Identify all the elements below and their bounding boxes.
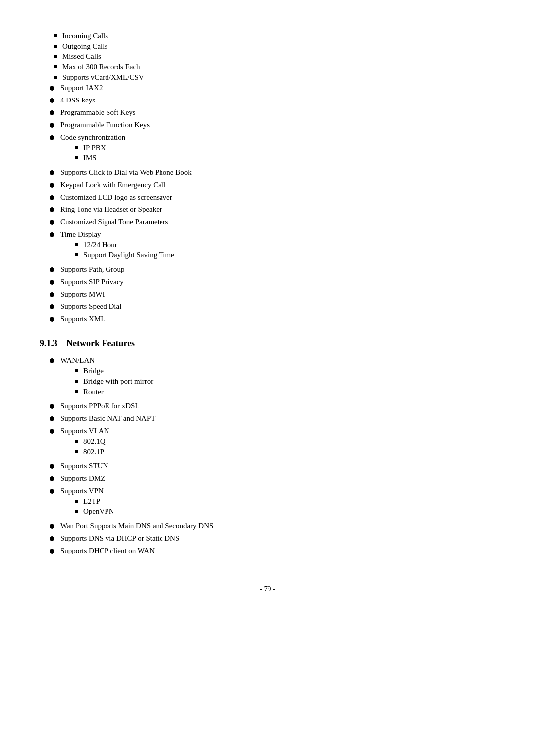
list-item: Router: [60, 388, 495, 396]
list-item: Bridge: [60, 367, 495, 375]
item-text: Customized LCD logo as screensaver: [60, 193, 495, 202]
bullet-dot-icon: [50, 207, 54, 212]
page-content: Incoming Calls Outgoing Calls Missed Cal…: [40, 32, 495, 593]
list-item: Incoming Calls: [40, 32, 495, 40]
sub-bullet-icon: [75, 510, 78, 513]
sub-item-text: 802.1P: [83, 448, 495, 456]
list-item: WAN/LANBridgeBridge with port mirrorRout…: [40, 356, 495, 398]
sub-bullet-icon: [75, 380, 78, 383]
sub-list: 12/24 HourSupport Daylight Saving Time: [60, 241, 495, 259]
list-item: Customized LCD logo as screensaver: [40, 193, 495, 202]
sub-bullet-icon: [54, 45, 57, 48]
sub-item-text: IP PBX: [83, 144, 495, 152]
list-item: IMS: [60, 154, 495, 162]
sub-bullet-icon: [54, 34, 57, 37]
section-heading: 9.1.3 Network Features: [40, 338, 495, 349]
item-text: Time Display12/24 HourSupport Daylight S…: [60, 230, 495, 261]
list-item: Max of 300 Records Each: [40, 63, 495, 71]
item-text: Programmable Function Keys: [60, 121, 495, 129]
bullet-dot-icon: [50, 489, 54, 494]
item-text: 4 DSS keys: [60, 96, 495, 104]
section-title: Network Features: [66, 338, 135, 348]
bullet-dot-icon: [50, 404, 54, 409]
bullet-dot-icon: [50, 220, 54, 225]
sub-item-text: IMS: [83, 154, 495, 162]
sub-list: L2TPOpenVPN: [60, 497, 495, 516]
sub-bullet-icon: [75, 390, 78, 393]
network-bullet-list: WAN/LANBridgeBridge with port mirrorRout…: [40, 356, 495, 555]
sub-item-text: Max of 300 Records Each: [62, 63, 495, 71]
sub-bullet-icon: [75, 369, 78, 372]
list-item: OpenVPN: [60, 507, 495, 516]
list-item: Supports Basic NAT and NAPT: [40, 414, 495, 423]
list-item: Supports DMZ: [40, 474, 495, 483]
sub-list: BridgeBridge with port mirrorRouter: [60, 367, 495, 396]
bullet-dot-icon: [50, 170, 54, 175]
list-item: Customized Signal Tone Parameters: [40, 218, 495, 226]
item-text: Supports MWI: [60, 290, 495, 299]
sub-item-text: Missed Calls: [62, 52, 495, 61]
list-item: Supports Speed Dial: [40, 302, 495, 311]
item-text: Supports DHCP client on WAN: [60, 547, 495, 555]
list-item: Support IAX2: [40, 84, 495, 92]
bullet-dot-icon: [50, 86, 54, 91]
list-item: Wan Port Supports Main DNS and Secondary…: [40, 522, 495, 530]
item-text: Supports Speed Dial: [60, 302, 495, 311]
sub-bullet-icon: [75, 450, 78, 453]
item-text: Supports DMZ: [60, 474, 495, 483]
bullet-dot-icon: [50, 195, 54, 200]
list-item: Code synchronizationIP PBXIMS: [40, 133, 495, 164]
item-text: Supports XML: [60, 315, 495, 323]
sub-bullet-icon: [54, 76, 57, 79]
list-item: 4 DSS keys: [40, 96, 495, 104]
list-item: Supports VPNL2TPOpenVPN: [40, 487, 495, 518]
item-text: Supports VPNL2TPOpenVPN: [60, 487, 495, 518]
bullet-dot-icon: [50, 464, 54, 469]
bullet-dot-icon: [50, 123, 54, 128]
sub-bullet-icon: [75, 156, 78, 159]
sub-item-text: OpenVPN: [83, 507, 495, 516]
list-item: Keypad Lock with Emergency Call: [40, 181, 495, 189]
sub-item-text: Bridge: [83, 367, 495, 375]
sub-item-text: Incoming Calls: [62, 32, 495, 40]
bullet-dot-icon: [50, 524, 54, 529]
bullet-dot-icon: [50, 429, 54, 434]
sub-bullet-icon: [75, 146, 78, 149]
sub-item-text: L2TP: [83, 497, 495, 505]
bullet-dot-icon: [50, 416, 54, 421]
item-text: WAN/LANBridgeBridge with port mirrorRout…: [60, 356, 495, 398]
item-text: Supports SIP Privacy: [60, 278, 495, 286]
list-item: Supports Click to Dial via Web Phone Boo…: [40, 168, 495, 177]
item-text: Support IAX2: [60, 84, 495, 92]
list-item: Ring Tone via Headset or Speaker: [40, 205, 495, 214]
bullet-dot-icon: [50, 280, 54, 285]
item-text: Keypad Lock with Emergency Call: [60, 181, 495, 189]
item-text: Programmable Soft Keys: [60, 108, 495, 117]
item-text: Supports VLAN802.1Q802.1P: [60, 427, 495, 458]
bullet-dot-icon: [50, 183, 54, 188]
sub-bullet-icon: [75, 253, 78, 256]
bullet-dot-icon: [50, 536, 54, 541]
item-text: Supports Path, Group: [60, 265, 495, 274]
list-item: Supports SIP Privacy: [40, 278, 495, 286]
list-item: Supports Path, Group: [40, 265, 495, 274]
item-text: Supports PPPoE for xDSL: [60, 402, 495, 410]
item-text: Supports Click to Dial via Web Phone Boo…: [60, 168, 495, 177]
list-item: 12/24 Hour: [60, 241, 495, 249]
item-text: Wan Port Supports Main DNS and Secondary…: [60, 522, 495, 530]
sub-bullet-icon: [75, 500, 78, 503]
list-item: Programmable Function Keys: [40, 121, 495, 129]
list-item: Supports PPPoE for xDSL: [40, 402, 495, 410]
bullet-dot-icon: [50, 232, 54, 237]
bullet-dot-icon: [50, 317, 54, 322]
bullet-dot-icon: [50, 110, 54, 115]
list-item: Supports STUN: [40, 462, 495, 470]
list-item: 802.1P: [60, 448, 495, 456]
list-item: Supports vCard/XML/CSV: [40, 73, 495, 82]
sub-item-text: Router: [83, 388, 495, 396]
list-item: Supports XML: [40, 315, 495, 323]
bullet-dot-icon: [50, 292, 54, 297]
bullet-dot-icon: [50, 358, 54, 363]
list-item: Supports DHCP client on WAN: [40, 547, 495, 555]
list-item: 802.1Q: [60, 437, 495, 446]
